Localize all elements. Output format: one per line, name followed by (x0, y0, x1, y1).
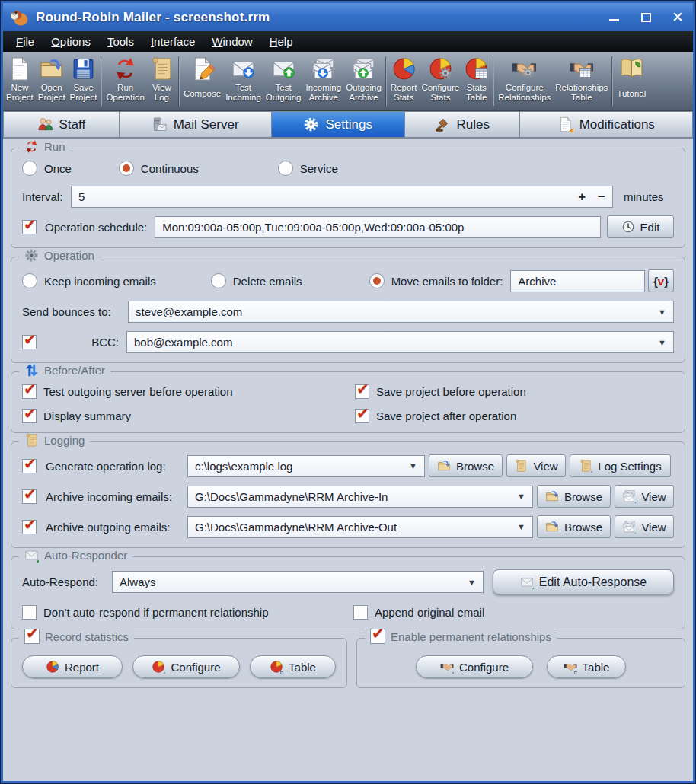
radio-keep-emails[interactable]: Keep incoming emails (22, 273, 156, 288)
dont-auto-respond-checkbox[interactable]: ✔ (22, 605, 37, 620)
dropdown-arrow-icon[interactable]: ▼ (511, 492, 525, 501)
interval-input[interactable]: 5 + − (71, 186, 613, 208)
open-project-button[interactable]: OpenProject (36, 53, 68, 109)
menu-tools[interactable]: Tools (99, 33, 142, 50)
dropdown-arrow-icon[interactable]: ▼ (403, 461, 417, 470)
move-folder-input[interactable]: Archive (510, 270, 645, 292)
tab-rules[interactable]: Rules (405, 111, 520, 138)
archive-in-view-button[interactable]: View (615, 485, 674, 508)
delete-emails-radio[interactable] (211, 273, 226, 288)
tab-mail-server[interactable]: Mail Server (120, 111, 272, 138)
move-emails-radio[interactable] (369, 273, 385, 288)
report-stats-button[interactable]: ReportStats (388, 53, 420, 109)
outgoing-archive-button[interactable]: OutgoingArchive (343, 53, 384, 109)
edit-auto-response-button[interactable]: Edit Auto-Response (493, 569, 674, 594)
pie-table-icon (270, 660, 283, 674)
operation-schedule-checkbox[interactable]: ✔ (22, 220, 37, 234)
save-before-checkbox-row[interactable]: ✔ Save project before operation (355, 384, 526, 399)
run-operation-button[interactable]: RunOperation (104, 53, 147, 109)
insert-variable-button[interactable]: {v} (648, 269, 674, 292)
archive-out-combo[interactable]: G:\Docs\Gammadyne\RRM Archive-Out ▼ (187, 516, 533, 538)
append-original-row[interactable]: ✔ Append original email (353, 605, 484, 620)
radio-move-emails[interactable]: Move emails to folder: (369, 273, 503, 288)
tab-modifications[interactable]: Modifications (520, 111, 693, 138)
generate-log-checkbox[interactable]: ✔ (22, 459, 37, 473)
display-summary-checkbox-row[interactable]: ✔ Display summary (22, 409, 355, 423)
stats-configure-button[interactable]: Configure (132, 655, 240, 678)
service-radio[interactable] (278, 161, 293, 176)
record-statistics-checkbox[interactable]: ✔ (24, 629, 40, 644)
dropdown-arrow-icon[interactable]: ▼ (511, 522, 525, 531)
save-after-checkbox-row[interactable]: ✔ Save project after operation (355, 409, 516, 423)
keep-emails-radio[interactable] (22, 273, 37, 288)
menu-help[interactable]: Help (261, 33, 302, 50)
log-browse-button[interactable]: Browse (429, 454, 503, 477)
dont-auto-respond-row[interactable]: ✔ Don't auto-respond if permanent relati… (22, 605, 353, 620)
tutorial-button[interactable]: Tutorial (615, 53, 648, 109)
once-radio[interactable] (22, 161, 37, 176)
save-project-button[interactable]: SaveProject (68, 53, 100, 109)
configure-stats-icon (428, 56, 453, 81)
stats-report-button[interactable]: Report (22, 655, 123, 678)
archive-outgoing-checkbox[interactable]: ✔ (22, 520, 37, 534)
new-project-button[interactable]: NewProject (4, 53, 36, 109)
app-icon[interactable] (9, 8, 29, 27)
tab-bar: Staff Mail Server Settings Rules Modific… (3, 111, 693, 139)
dropdown-arrow-icon[interactable]: ▼ (652, 308, 666, 317)
bcc-checkbox[interactable]: ✔ (22, 335, 37, 349)
archive-outgoing-label: Archive outgoing emails: (46, 521, 187, 534)
minimize-button[interactable] (606, 10, 621, 25)
archive-in-combo[interactable]: G:\Docs\Gammadyne\RRM Archive-In ▼ (187, 486, 533, 508)
dropdown-arrow-icon[interactable]: ▼ (652, 338, 666, 347)
test-outgoing-button[interactable]: TestOutgoing (263, 53, 304, 109)
stats-table-button-bottom[interactable]: Table (250, 655, 336, 678)
logging-group: Logging ✔ Generate operation log: c:\log… (11, 441, 685, 548)
archive-out-view-button[interactable]: View (615, 515, 674, 538)
archive-out-browse-button[interactable]: Browse (537, 515, 611, 538)
log-view-button[interactable]: View (506, 454, 566, 477)
archive-incoming-checkbox[interactable]: ✔ (22, 489, 37, 504)
operation-schedule-input[interactable]: Mon:09:00a-05:00p,Tue:09:00a-05:00p,Wed:… (155, 216, 601, 238)
append-original-checkbox[interactable]: ✔ (353, 605, 368, 620)
configure-relationships-button[interactable]: ConfigureRelationships (496, 53, 553, 109)
save-project-after-checkbox[interactable]: ✔ (355, 409, 369, 423)
view-log-button[interactable]: ViewLog (147, 53, 177, 109)
menu-window[interactable]: Window (203, 33, 260, 50)
radio-delete-emails[interactable]: Delete emails (211, 273, 302, 288)
archive-in-browse-button[interactable]: Browse (537, 485, 611, 508)
continuous-radio[interactable] (119, 161, 134, 176)
relationships-table-button-bottom[interactable]: Table (547, 655, 626, 678)
display-summary-checkbox[interactable]: ✔ (22, 409, 37, 423)
close-button[interactable]: ✕ (670, 10, 685, 25)
test-outgoing-before-checkbox[interactable]: ✔ (22, 384, 37, 399)
edit-schedule-button[interactable]: Edit (607, 215, 674, 238)
radio-once[interactable]: Once (22, 161, 72, 176)
radio-continuous[interactable]: Continuous (119, 161, 199, 176)
relationships-configure-button[interactable]: Configure (416, 655, 533, 678)
radio-service[interactable]: Service (278, 161, 338, 176)
menu-interface[interactable]: Interface (142, 33, 203, 50)
compose-button[interactable]: Compose (181, 53, 223, 109)
test-incoming-button[interactable]: TestIncoming (223, 53, 263, 109)
relationships-table-button[interactable]: RelationshipsTable (553, 53, 610, 109)
incoming-archive-button[interactable]: IncomingArchive (303, 53, 343, 109)
save-project-before-checkbox[interactable]: ✔ (355, 384, 369, 399)
bcc-combo[interactable]: bob@example.com ▼ (126, 331, 674, 353)
enable-relationships-checkbox[interactable]: ✔ (370, 629, 385, 644)
log-path-combo[interactable]: c:\logs\example.log ▼ (187, 455, 425, 477)
stats-table-button[interactable]: StatsTable (461, 53, 491, 109)
menu-file[interactable]: File (8, 33, 43, 50)
dropdown-arrow-icon[interactable]: ▼ (461, 578, 476, 587)
compose-icon (190, 56, 215, 81)
test-outgoing-before-checkbox-row[interactable]: ✔ Test outgoing server before operation (22, 384, 355, 399)
maximize-button[interactable] (638, 10, 653, 25)
tab-staff[interactable]: Staff (3, 111, 120, 138)
menu-options[interactable]: Options (43, 33, 99, 50)
log-settings-button[interactable]: Log Settings (570, 454, 671, 477)
send-bounces-combo[interactable]: steve@example.com ▼ (128, 301, 674, 323)
interval-increment-button[interactable]: + (578, 190, 586, 205)
interval-decrement-button[interactable]: − (598, 190, 605, 205)
configure-stats-button[interactable]: ConfigureStats (419, 53, 461, 109)
tab-settings[interactable]: Settings (272, 111, 405, 138)
auto-respond-combo[interactable]: Always ▼ (112, 571, 484, 593)
